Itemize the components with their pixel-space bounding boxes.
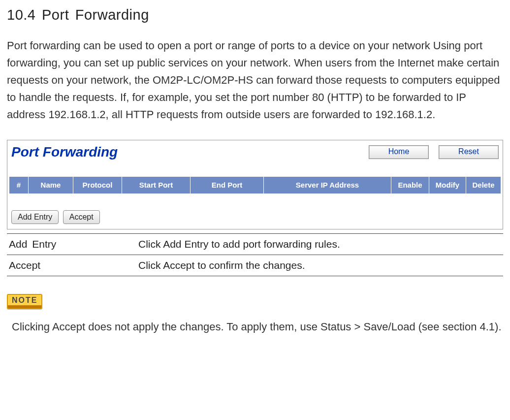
term-status: Status [320, 321, 351, 333]
note-text: Clicking Accept does not apply the chang… [7, 318, 503, 335]
term-accept: Accept [52, 321, 85, 333]
col-end-port: End Port [191, 177, 264, 194]
col-modify: Modify [429, 177, 466, 194]
col-enable: Enable [391, 177, 429, 194]
accept-button[interactable]: Accept [63, 210, 100, 224]
col-name: Name [29, 177, 73, 194]
intro-paragraph: Port forwarding can be used to open a po… [7, 37, 503, 123]
text-fragment: Click [138, 259, 163, 271]
table-row: Add Entry Click Add Entry to add port fo… [7, 234, 503, 255]
term-add-entry: Add Entry [163, 238, 208, 250]
panel-action-bar: Add Entry Accept [9, 210, 501, 227]
section-heading: 10.4 Port Forwarding [7, 7, 503, 23]
def-key-accept: Accept [7, 255, 136, 276]
panel-header: Port Forwarding Home Reset [9, 142, 501, 163]
term-accept: Accept [163, 259, 194, 271]
def-val-accept: Click Accept to confirm the changes. [136, 255, 503, 276]
add-entry-button[interactable]: Add Entry [11, 210, 59, 224]
port-forwarding-panel: Port Forwarding Home Reset # Name Protoc… [7, 140, 503, 229]
def-key-add-entry: Add Entry [7, 234, 136, 255]
text-fragment: Click [138, 238, 163, 250]
col-protocol: Protocol [73, 177, 122, 194]
text-fragment: to confirm the changes. [194, 259, 305, 271]
col-delete: Delete [466, 177, 501, 194]
col-number: # [9, 177, 29, 194]
table-row: Accept Click Accept to confirm the chang… [7, 255, 503, 276]
text-fragment: > [351, 321, 363, 333]
text-fragment: does not apply the changes. To apply the… [85, 321, 320, 333]
note-underline [8, 305, 41, 308]
term-save-load: Save/Load [363, 321, 415, 333]
table-header-row: # Name Protocol Start Port End Port Serv… [9, 177, 501, 194]
reset-button[interactable]: Reset [439, 145, 499, 159]
panel-title: Port Forwarding [11, 144, 369, 160]
definitions-table: Add Entry Click Add Entry to add port fo… [7, 233, 503, 276]
home-button[interactable]: Home [369, 145, 429, 159]
def-val-add-entry: Click Add Entry to add port forwarding r… [136, 234, 503, 255]
col-server-ip: Server IP Address [264, 177, 391, 194]
col-start-port: Start Port [122, 177, 191, 194]
note-label: NOTE [8, 295, 41, 305]
text-fragment: (see section 4.1). [415, 321, 502, 333]
text-fragment: Clicking [12, 321, 52, 333]
text-fragment: to add port forwarding rules. [208, 238, 340, 250]
note-icon: NOTE [7, 294, 42, 309]
